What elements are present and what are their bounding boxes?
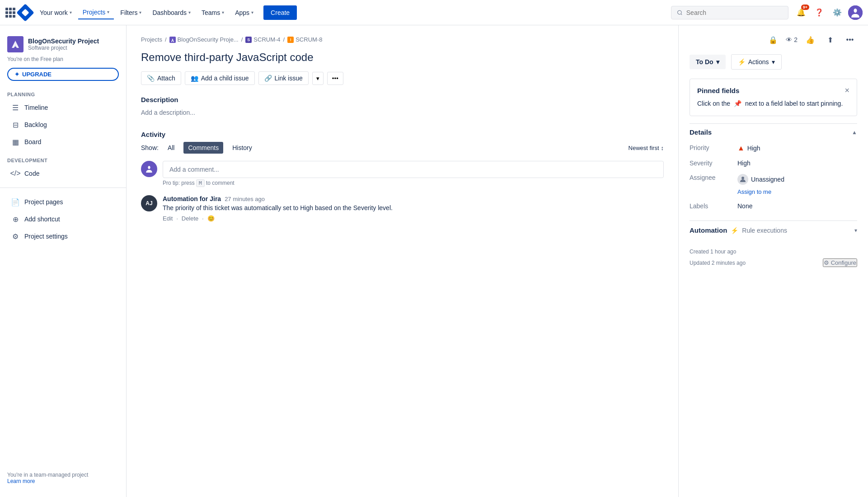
child-issue-icon: 👥 bbox=[191, 75, 198, 82]
avatar-icon bbox=[848, 5, 863, 20]
details-title: Details bbox=[690, 128, 712, 136]
sidebar-item-project-settings[interactable]: ⚙ Project settings bbox=[4, 228, 122, 244]
comment-content: Automation for Jira 27 minutes ago The p… bbox=[163, 195, 664, 222]
sort-button[interactable]: Newest first ↕ bbox=[629, 145, 664, 151]
lock-icon[interactable]: 🔒 bbox=[766, 33, 780, 47]
breadcrumb-scrum4[interactable]: S SCRUM-4 bbox=[245, 36, 280, 43]
chevron-down-icon: ▾ bbox=[772, 58, 775, 66]
scrum8-icon: ! bbox=[287, 37, 294, 43]
more-menu-button[interactable]: ••• bbox=[843, 33, 857, 47]
jira-logo[interactable] bbox=[16, 4, 34, 22]
actions-dropdown-button[interactable]: ▾ bbox=[312, 72, 324, 85]
assign-to-me-link[interactable]: Assign to me bbox=[737, 188, 771, 195]
logo-area bbox=[5, 6, 32, 19]
nav-projects[interactable]: Projects ▾ bbox=[78, 6, 114, 19]
nav-apps[interactable]: Apps ▾ bbox=[230, 6, 258, 19]
grid-icon[interactable] bbox=[5, 8, 15, 18]
filter-history-button[interactable]: History bbox=[228, 142, 257, 154]
comment-input-box[interactable]: Add a comment... bbox=[163, 161, 664, 178]
main-layout: BlogOnSecurity Project Software project … bbox=[0, 25, 868, 497]
sidebar-item-add-shortcut[interactable]: ⊕ Add shortcut bbox=[4, 211, 122, 227]
comment-actions: Edit · Delete · 😊 bbox=[163, 215, 664, 222]
emoji-reaction-button[interactable]: 😊 bbox=[207, 215, 215, 222]
add-child-issue-button[interactable]: 👥 Add a child issue bbox=[185, 71, 255, 85]
topnav: Your work ▾ Projects ▾ Filters ▾ Dashboa… bbox=[0, 0, 868, 25]
nav-filters[interactable]: Filters ▾ bbox=[116, 6, 146, 19]
assignee-avatar bbox=[737, 174, 748, 185]
help-button[interactable]: ❓ bbox=[812, 5, 826, 20]
create-button[interactable]: Create bbox=[263, 5, 297, 20]
comment-time: 27 minutes ago bbox=[225, 196, 265, 202]
actions-menu-button[interactable]: ⚡ Actions ▾ bbox=[731, 54, 782, 70]
sidebar-item-project-pages[interactable]: 📄 Project pages bbox=[4, 194, 122, 210]
issue-content: Projects / BlogOnSecurity Proje... / S S… bbox=[127, 25, 678, 497]
current-user-avatar-icon bbox=[144, 164, 155, 174]
details-header[interactable]: Details ▲ bbox=[690, 123, 857, 141]
activity-label: Activity bbox=[141, 131, 664, 138]
shortcut-icon: ⊕ bbox=[11, 215, 20, 224]
assignee-label: Assignee bbox=[690, 174, 730, 181]
edit-comment-link[interactable]: Edit bbox=[163, 215, 173, 222]
configure-button[interactable]: ⚙ Configure bbox=[823, 258, 857, 267]
notification-badge: 9+ bbox=[801, 5, 809, 10]
sidebar-item-timeline[interactable]: ☰ Timeline bbox=[4, 99, 122, 116]
comment-author: Automation for Jira bbox=[163, 195, 221, 202]
chevron-down-icon: ▾ bbox=[251, 10, 253, 15]
search-input[interactable] bbox=[686, 9, 783, 16]
link-issue-button[interactable]: 🔗 Link issue bbox=[258, 71, 309, 85]
sidebar-item-board[interactable]: ▦ Board bbox=[4, 134, 122, 150]
sidebar-learn-more-link[interactable]: Learn more bbox=[7, 478, 35, 484]
project-logo-icon bbox=[7, 36, 23, 52]
automation-avatar: AJ bbox=[141, 195, 157, 211]
breadcrumb-project[interactable]: BlogOnSecurity Proje... bbox=[169, 36, 239, 43]
share-button[interactable]: ⬆ bbox=[823, 33, 837, 47]
upgrade-button[interactable]: ✦ UPGRADE bbox=[7, 68, 119, 81]
notifications-button[interactable]: 🔔 9+ bbox=[794, 5, 808, 20]
chevron-down-icon: ▾ bbox=[107, 9, 109, 14]
project-breadcrumb-icon bbox=[169, 37, 176, 43]
issue-header-actions: 🔒 👁 2 👍 ⬆ ••• bbox=[690, 33, 857, 47]
labels-label: Labels bbox=[690, 202, 730, 210]
comment-placeholder: Add a comment... bbox=[169, 166, 219, 173]
automation-lightning-icon: ⚡ bbox=[731, 227, 738, 234]
attach-button[interactable]: 📎 Attach bbox=[141, 71, 181, 85]
nav-your-work[interactable]: Your work ▾ bbox=[35, 6, 76, 19]
delete-comment-link[interactable]: Delete bbox=[182, 215, 199, 222]
details-chevron-icon: ▲ bbox=[852, 129, 857, 136]
sidebar-footer: You're in a team-managed project Learn m… bbox=[0, 466, 126, 490]
breadcrumb-projects[interactable]: Projects bbox=[141, 36, 162, 43]
activity-filters: Show: All Comments History Newest first … bbox=[141, 142, 664, 154]
sidebar-project: BlogOnSecurity Project Software project bbox=[0, 33, 126, 54]
description-placeholder[interactable]: Add a description... bbox=[141, 107, 664, 118]
sidebar: BlogOnSecurity Project Software project … bbox=[0, 25, 127, 497]
comment-meta: Automation for Jira 27 minutes ago bbox=[163, 195, 664, 202]
sidebar-item-backlog[interactable]: ⊟ Backlog bbox=[4, 117, 122, 133]
shortcut-key: M bbox=[196, 179, 205, 187]
user-avatar[interactable] bbox=[848, 5, 863, 20]
thumbs-up-button[interactable]: 👍 bbox=[803, 33, 817, 47]
board-icon: ▦ bbox=[11, 137, 20, 146]
automation-header[interactable]: Automation ⚡ Rule executions ▾ bbox=[690, 226, 857, 234]
automation-label: Automation bbox=[690, 226, 727, 234]
settings-button[interactable]: ⚙️ bbox=[830, 5, 845, 20]
filter-comments-button[interactable]: Comments bbox=[183, 142, 223, 154]
severity-value[interactable]: High bbox=[737, 159, 857, 167]
breadcrumb: Projects / BlogOnSecurity Proje... / S S… bbox=[141, 36, 664, 43]
status-button[interactable]: To Do ▾ bbox=[690, 55, 726, 69]
search-box[interactable] bbox=[671, 6, 788, 19]
pages-icon: 📄 bbox=[11, 197, 20, 206]
development-section-label: DEVELOPMENT bbox=[0, 150, 126, 165]
chevron-down-icon: ▾ bbox=[188, 10, 191, 15]
filter-all-button[interactable]: All bbox=[163, 142, 179, 154]
svg-point-5 bbox=[741, 177, 744, 179]
issue-meta: Created 1 hour ago Updated 2 minutes ago… bbox=[690, 248, 857, 267]
nav-dashboards[interactable]: Dashboards ▾ bbox=[148, 6, 195, 19]
more-options-button[interactable]: ••• bbox=[327, 72, 343, 85]
nav-teams[interactable]: Teams ▾ bbox=[197, 6, 229, 19]
labels-value[interactable]: None bbox=[737, 202, 857, 210]
right-panel: 🔒 👁 2 👍 ⬆ ••• To Do ▾ ⚡ Actions ▾ bbox=[678, 25, 868, 497]
details-section: Details ▲ Priority ▲ High Severity High … bbox=[690, 123, 857, 213]
sidebar-item-code[interactable]: </> Code bbox=[4, 165, 122, 182]
close-pinned-button[interactable]: × bbox=[845, 86, 849, 94]
watch-button[interactable]: 👁 2 bbox=[786, 36, 798, 43]
